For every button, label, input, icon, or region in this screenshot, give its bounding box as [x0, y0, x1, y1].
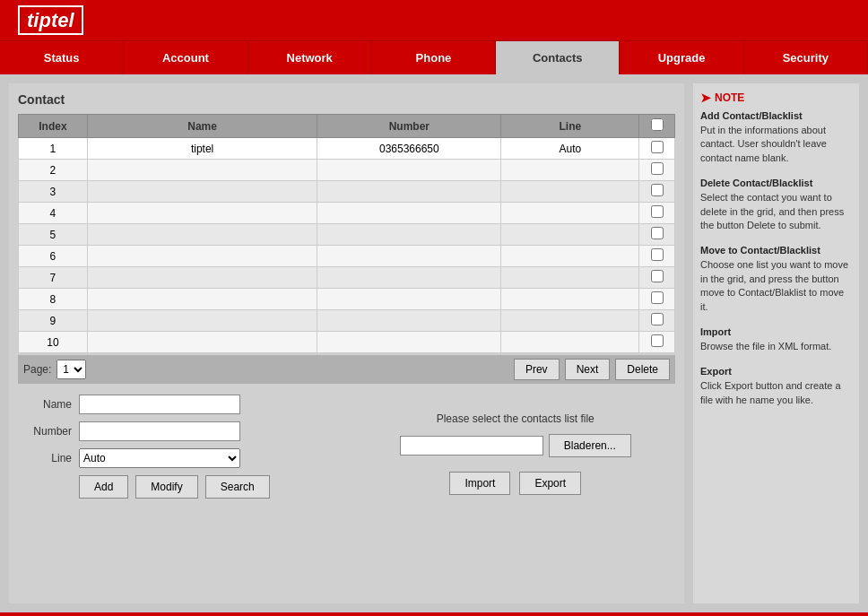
name-input[interactable]: [79, 395, 240, 414]
note-section: Move to Contact/Blacklist Choose one lis…: [700, 245, 852, 314]
number-input[interactable]: [79, 421, 240, 441]
number-label: Number: [18, 425, 72, 438]
nav-item-account[interactable]: Account: [124, 41, 247, 74]
cell-checkbox[interactable]: [639, 246, 675, 267]
row-checkbox[interactable]: [651, 248, 664, 261]
note-title: NOTE: [715, 91, 744, 104]
notes-sections: Add Contact/Blacklist Put in the informa…: [700, 110, 852, 407]
select-all-checkbox[interactable]: [651, 118, 664, 131]
pagination-row: Page: 1 Prev Next Delete: [18, 355, 675, 384]
cell-checkbox[interactable]: [639, 181, 675, 203]
import-button[interactable]: Import: [449, 472, 510, 495]
nav-item-status[interactable]: Status: [0, 41, 124, 74]
cell-index: 10: [19, 332, 88, 353]
cell-number: [317, 224, 501, 246]
footer: [0, 612, 868, 616]
note-section-text: Put in the informations about cantact. U…: [700, 124, 852, 165]
cell-checkbox[interactable]: [639, 310, 675, 332]
col-header-name: Name: [87, 115, 317, 138]
row-checkbox[interactable]: [651, 141, 664, 153]
cell-checkbox[interactable]: [639, 224, 675, 246]
cell-number: [317, 246, 501, 267]
cell-number: [317, 181, 501, 203]
note-icon: ➤: [700, 91, 711, 105]
cell-index: 1: [19, 138, 88, 160]
cell-name: [87, 332, 317, 353]
cell-name: [87, 310, 317, 332]
prev-button[interactable]: Prev: [514, 359, 560, 380]
note-section-title: Export: [700, 366, 852, 377]
form-left: Name Number Line Auto Add Modify Search: [18, 395, 338, 499]
next-button[interactable]: Next: [565, 359, 611, 380]
cell-index: 5: [19, 224, 88, 246]
add-button[interactable]: Add: [79, 475, 128, 499]
export-button[interactable]: Export: [519, 472, 581, 495]
content-area: Contact Index Name Number Line 1 tiptel …: [0, 74, 868, 612]
header: tiptel: [0, 0, 868, 40]
table-row: 10: [19, 332, 675, 353]
cell-index: 4: [19, 203, 88, 224]
cell-line: [501, 246, 639, 267]
row-checkbox[interactable]: [651, 313, 664, 325]
cell-checkbox[interactable]: [639, 267, 675, 289]
row-checkbox[interactable]: [651, 205, 664, 218]
col-header-number: Number: [317, 115, 501, 138]
cell-name: [87, 224, 317, 246]
col-header-index: Index: [19, 115, 88, 138]
contact-panel: Contact Index Name Number Line 1 tiptel …: [9, 83, 684, 603]
cell-checkbox[interactable]: [639, 289, 675, 310]
row-checkbox[interactable]: [651, 291, 664, 304]
modify-button[interactable]: Modify: [135, 475, 197, 499]
nav-item-network[interactable]: Network: [248, 41, 372, 74]
row-checkbox[interactable]: [651, 162, 664, 175]
cell-index: 8: [19, 289, 88, 310]
cell-number: 0365366650: [317, 138, 501, 160]
delete-button[interactable]: Delete: [615, 359, 670, 380]
note-section-text: Select the contact you want to delete in…: [700, 191, 852, 232]
row-checkbox[interactable]: [651, 270, 664, 282]
form-row-number: Number: [18, 421, 338, 441]
cell-number: [317, 203, 501, 224]
line-select[interactable]: Auto: [79, 448, 240, 468]
cell-line: [501, 310, 639, 332]
row-checkbox[interactable]: [651, 184, 664, 196]
table-row: 5: [19, 224, 675, 246]
cell-checkbox[interactable]: [639, 332, 675, 353]
cell-number: [317, 267, 501, 289]
file-path-input[interactable]: [400, 436, 543, 455]
cell-name: [87, 181, 317, 203]
note-section-text: Choose one list you want to move in the …: [700, 258, 852, 314]
cell-line: [501, 181, 639, 203]
col-header-check: [639, 115, 675, 138]
nav-item-phone[interactable]: Phone: [372, 41, 496, 74]
navigation: Status Account Network Phone Contacts Up…: [0, 40, 868, 74]
table-row: 7: [19, 267, 675, 289]
search-button[interactable]: Search: [205, 475, 270, 499]
table-row: 8: [19, 289, 675, 310]
table-row: 6: [19, 246, 675, 267]
cell-line: [501, 224, 639, 246]
logo: tiptel: [9, 4, 92, 37]
cell-name: [87, 246, 317, 267]
nav-item-upgrade[interactable]: Upgrade: [620, 41, 743, 74]
cell-name: tiptel: [87, 138, 317, 160]
row-checkbox[interactable]: [651, 334, 664, 347]
browse-button[interactable]: Bladeren...: [549, 434, 631, 457]
note-section: Export Click Export button and create a …: [700, 366, 852, 407]
form-row-name: Name: [18, 395, 338, 414]
cell-name: [87, 267, 317, 289]
cell-index: 7: [19, 267, 88, 289]
contact-table: Index Name Number Line 1 tiptel 03653666…: [18, 114, 675, 353]
nav-item-security[interactable]: Security: [744, 41, 868, 74]
nav-item-contacts[interactable]: Contacts: [496, 41, 620, 74]
col-header-line: Line: [501, 115, 639, 138]
cell-name: [87, 289, 317, 310]
row-checkbox[interactable]: [651, 227, 664, 239]
cell-number: [317, 332, 501, 353]
cell-checkbox[interactable]: [639, 203, 675, 224]
cell-checkbox[interactable]: [639, 160, 675, 181]
note-section-title: Delete Contact/Blacklist: [700, 178, 852, 188]
cell-checkbox[interactable]: [639, 138, 675, 160]
page-select[interactable]: 1: [56, 360, 86, 379]
note-header: ➤ NOTE: [700, 91, 852, 105]
